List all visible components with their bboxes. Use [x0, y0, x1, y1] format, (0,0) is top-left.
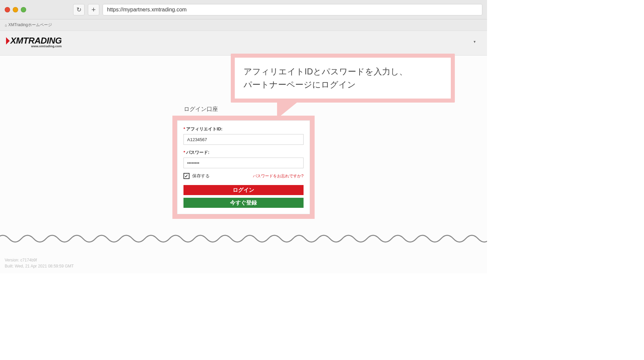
- required-marker: *: [183, 126, 185, 131]
- forgot-password-link[interactable]: パスワードをお忘れですか?: [253, 173, 304, 179]
- check-icon: ✓: [184, 173, 189, 179]
- page-content: ⌂ XMTradingホームページ XMTRADING www.xmtradin…: [0, 19, 487, 273]
- required-marker: *: [183, 150, 185, 155]
- minimize-window-button[interactable]: [13, 7, 18, 12]
- remember-checkbox[interactable]: ✓: [183, 173, 190, 179]
- affiliate-id-input[interactable]: [183, 134, 304, 145]
- wave-divider: [0, 230, 487, 247]
- version-text: Version: c7174b9f: [5, 257, 74, 263]
- address-bar[interactable]: https://mypartners.xmtrading.com: [103, 4, 482, 15]
- language-dropdown[interactable]: ▼: [473, 40, 481, 44]
- register-button[interactable]: 今すぐ登録: [183, 198, 304, 208]
- footer-meta: Version: c7174b9f Built: Wed, 21 Apr 202…: [5, 257, 74, 269]
- login-section: ログイン口座 *アフィリエイトID: *パスワード:: [172, 105, 315, 219]
- new-tab-button[interactable]: +: [88, 4, 99, 15]
- plus-icon: +: [92, 5, 96, 14]
- logo-subtext: www.xmtrading.com: [6, 45, 62, 48]
- breadcrumb-home-link[interactable]: XMTradingホームページ: [8, 22, 52, 28]
- login-highlight-frame: *アフィリエイトID: *パスワード: ✓: [172, 116, 315, 219]
- callout-line1: アフィリエイトIDとパスワードを入力し、: [244, 65, 442, 78]
- refresh-icon: ↻: [76, 6, 82, 13]
- refresh-button[interactable]: ↻: [73, 4, 85, 15]
- password-input[interactable]: [183, 158, 304, 168]
- annotation-callout: アフィリエイトIDとパスワードを入力し、 パートナーページにログイン: [231, 54, 455, 103]
- password-field: *パスワード:: [183, 149, 304, 168]
- build-text: Built: Wed, 21 Apr 2021 08:59:59 GMT: [5, 263, 74, 269]
- callout-tail-icon: [277, 101, 299, 119]
- login-form: *アフィリエイトID: *パスワード: ✓: [177, 120, 310, 214]
- password-label: *パスワード:: [183, 149, 304, 156]
- remember-row: ✓ 保存する パスワードをお忘れですか?: [183, 173, 304, 179]
- login-button[interactable]: ログイン: [183, 185, 304, 195]
- logo-accent-icon: [6, 37, 10, 45]
- breadcrumb-bar: ⌂ XMTradingホームページ: [0, 19, 487, 31]
- window-controls: [5, 7, 26, 12]
- site-logo[interactable]: XMTRADING www.xmtrading.com: [6, 36, 62, 48]
- remember-label: 保存する: [192, 173, 210, 179]
- affiliate-id-field: *アフィリエイトID:: [183, 126, 304, 145]
- site-header: XMTRADING www.xmtrading.com ▼: [0, 31, 487, 56]
- affiliate-id-label: *アフィリエイトID:: [183, 126, 304, 132]
- maximize-window-button[interactable]: [21, 7, 26, 12]
- chevron-down-icon: ▼: [473, 40, 476, 44]
- home-icon: ⌂: [5, 23, 7, 27]
- browser-chrome: ↻ + https://mypartners.xmtrading.com: [0, 0, 487, 19]
- callout-line2: パートナーページにログイン: [244, 78, 442, 91]
- close-window-button[interactable]: [5, 7, 10, 12]
